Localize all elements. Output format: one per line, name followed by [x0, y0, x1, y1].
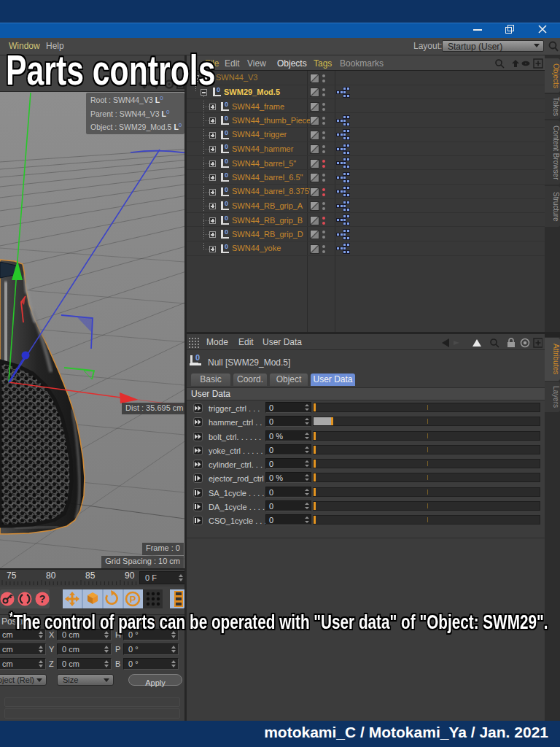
svg-text:?: ? [39, 593, 46, 605]
svg-text:P: P [130, 594, 136, 605]
